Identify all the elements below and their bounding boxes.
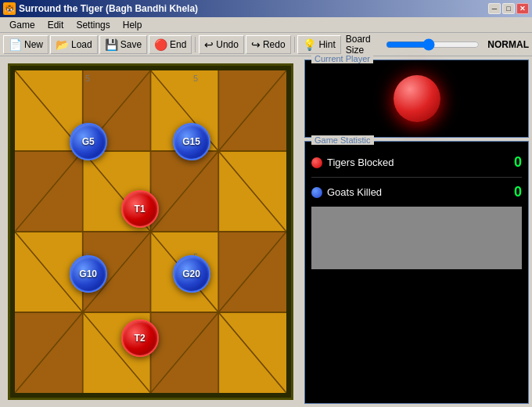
player-orb	[394, 75, 440, 122]
stat-divider	[311, 177, 522, 178]
piece-g5[interactable]: G5	[70, 123, 107, 160]
board-outer: 5 5 5 5 G5 G15 T1 G10 G20	[8, 63, 293, 400]
goats-killed-label-group: Goats Killed	[311, 186, 382, 198]
board-area: 5 5 5 5 G5 G15 T1 G10 G20	[0, 56, 301, 407]
hint-icon: 💡	[303, 38, 316, 51]
current-player-box: Current Player	[304, 59, 529, 138]
hint-button[interactable]: 💡 Hint	[297, 35, 340, 54]
redo-icon: ↪	[251, 38, 261, 51]
undo-label: Undo	[216, 39, 239, 50]
piece-t2[interactable]: T2	[121, 319, 159, 357]
new-button[interactable]: 📄 New	[3, 35, 49, 54]
log-area	[311, 207, 522, 269]
app-icon: 🐯	[3, 2, 16, 15]
menu-game[interactable]: Game	[3, 18, 41, 32]
load-icon: 📂	[56, 38, 69, 51]
menu-settings[interactable]: Settings	[70, 18, 116, 32]
game-stat-box: Game Statistic Tigers Blocked 0 Goats Ki…	[304, 141, 529, 404]
end-icon: 🔴	[154, 38, 167, 51]
new-icon: 📄	[9, 38, 22, 51]
maximize-button[interactable]: □	[502, 3, 515, 14]
end-button[interactable]: 🔴 End	[149, 35, 192, 54]
right-panel: Current Player Game Statistic Tigers Blo…	[301, 56, 532, 407]
tigers-blocked-label-group: Tigers Blocked	[311, 157, 394, 168]
save-label: Save	[120, 39, 142, 50]
goat-dot-icon	[311, 187, 322, 198]
load-label: Load	[71, 39, 92, 50]
cell-03[interactable]	[218, 70, 286, 151]
window-controls: ─ □ ✕	[488, 3, 529, 14]
board-size-slider[interactable]	[386, 38, 480, 51]
piece-g15[interactable]: G15	[173, 123, 210, 160]
new-label: New	[24, 39, 43, 50]
piece-g15-label: G15	[182, 136, 200, 147]
tigers-blocked-value: 0	[506, 154, 522, 171]
minimize-button[interactable]: ─	[488, 3, 501, 14]
cell-num-g15: 5	[193, 74, 198, 83]
menu-bar: Game Edit Settings Help	[0, 17, 532, 33]
separator	[195, 37, 196, 52]
board-size-label: Board Size	[346, 34, 382, 56]
game-stat-section-label: Game Statistic	[311, 135, 374, 145]
cell-33[interactable]	[218, 312, 286, 393]
window-title: Surround the Tiger (Bagh Bandhi Khela)	[19, 3, 488, 14]
end-label: End	[170, 39, 186, 50]
piece-g5-label: G5	[82, 136, 95, 147]
undo-icon: ↩	[204, 38, 214, 51]
separator2	[294, 37, 295, 52]
piece-g20[interactable]: G20	[173, 255, 210, 293]
tigers-blocked-label: Tigers Blocked	[327, 157, 394, 168]
cell-num-g5: 5	[85, 74, 90, 83]
game-board[interactable]: 5 5 5 5 G5 G15 T1 G10 G20	[15, 70, 286, 393]
title-bar: 🐯 Surround the Tiger (Bagh Bandhi Khela)…	[0, 0, 532, 17]
piece-g10[interactable]: G10	[70, 255, 107, 293]
cell-13[interactable]	[218, 151, 286, 232]
toolbar: 📄 New 📂 Load 💾 Save 🔴 End ↩ Undo ↪ Redo …	[0, 33, 532, 56]
piece-g20-label: G20	[182, 268, 200, 279]
redo-button[interactable]: ↪ Redo	[246, 35, 291, 54]
load-button[interactable]: 📂 Load	[50, 35, 98, 54]
hint-label: Hint	[318, 39, 335, 50]
save-icon: 💾	[105, 38, 118, 51]
tigers-blocked-row: Tigers Blocked 0	[311, 151, 522, 174]
redo-label: Redo	[263, 39, 286, 50]
main-content: 5 5 5 5 G5 G15 T1 G10 G20	[0, 56, 532, 407]
tiger-dot-icon	[311, 157, 322, 168]
goats-killed-label: Goats Killed	[327, 186, 382, 198]
cell-12[interactable]	[151, 151, 219, 232]
goats-killed-row: Goats Killed 0	[311, 181, 522, 204]
save-button[interactable]: 💾 Save	[99, 35, 147, 54]
close-button[interactable]: ✕	[516, 3, 529, 14]
menu-help[interactable]: Help	[117, 18, 149, 32]
cell-10[interactable]	[15, 151, 83, 232]
undo-button[interactable]: ↩ Undo	[199, 35, 244, 54]
menu-edit[interactable]: Edit	[41, 18, 70, 32]
piece-t1-label: T1	[135, 204, 146, 214]
piece-g10-label: G10	[79, 268, 97, 279]
cell-30[interactable]	[15, 312, 83, 393]
normal-label: NORMAL	[487, 39, 529, 50]
cell-23[interactable]	[218, 232, 286, 312]
goats-killed-value: 0	[506, 184, 522, 200]
piece-t2-label: T2	[135, 333, 146, 344]
piece-t1[interactable]: T1	[121, 190, 159, 228]
current-player-section-label: Current Player	[311, 54, 373, 63]
cell-32[interactable]	[151, 312, 219, 393]
